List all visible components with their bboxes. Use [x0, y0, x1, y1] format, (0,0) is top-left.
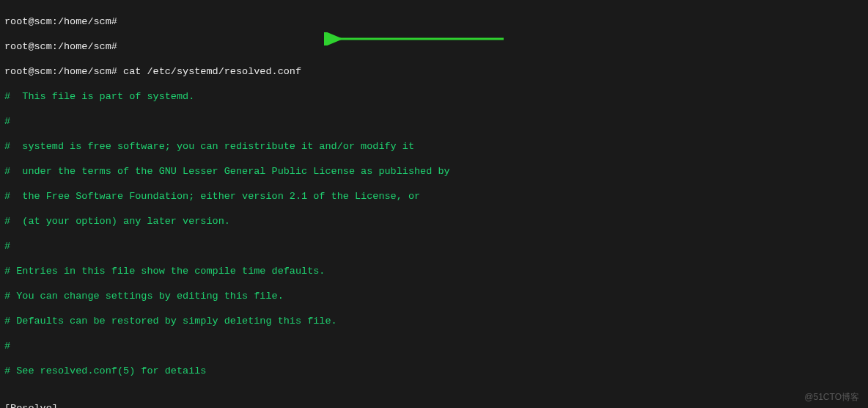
prompt-line: root@scm:/home/scm#: [4, 40, 864, 53]
file-comment: # under the terms of the GNU Lesser Gene…: [4, 165, 864, 178]
file-comment: # systemd is free software; you can redi…: [4, 140, 864, 153]
file-comment: #: [4, 240, 864, 252]
file-comment: # Defaults can be restored by simply del…: [4, 315, 864, 327]
file-comment: #: [4, 115, 864, 128]
file-section-header: [Resolve]: [4, 402, 864, 408]
file-comment: # Entries in this file show the compile …: [4, 265, 864, 277]
file-comment: # This file is part of systemd.: [4, 90, 864, 103]
terminal-output[interactable]: root@scm:/home/scm# root@scm:/home/scm# …: [0, 0, 868, 408]
file-comment: # (at your option) any later version.: [4, 215, 864, 227]
file-comment: # the Free Software Foundation; either v…: [4, 190, 864, 203]
file-comment: #: [4, 340, 864, 352]
file-comment: # You can change settings by editing thi…: [4, 290, 864, 302]
file-comment: # See resolved.conf(5) for details: [4, 365, 864, 377]
watermark-text: @51CTO博客: [804, 391, 859, 404]
prompt-command-line: root@scm:/home/scm# cat /etc/systemd/res…: [4, 65, 864, 78]
prompt-line: root@scm:/home/scm#: [4, 15, 864, 28]
